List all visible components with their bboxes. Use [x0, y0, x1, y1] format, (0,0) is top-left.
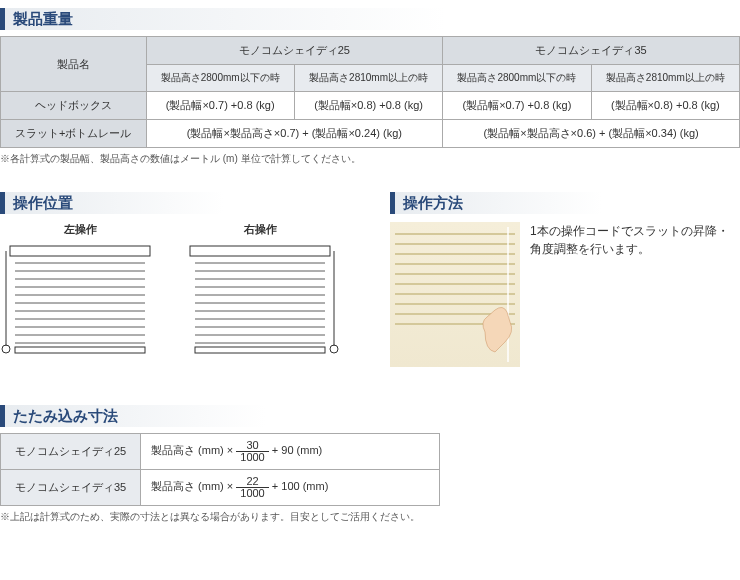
svg-rect-27 [195, 347, 325, 353]
th-product: 製品名 [1, 37, 147, 92]
fold-table: モノコムシェイディ25 製品高さ (mm) × 301000 + 90 (mm)… [0, 433, 440, 506]
row2-label: スラット+ボトムレール [1, 120, 147, 148]
svg-rect-0 [10, 246, 150, 256]
section-title-method: 操作方法 [390, 192, 740, 214]
svg-rect-15 [190, 246, 330, 256]
th-group1: モノコムシェイディ25 [146, 37, 443, 65]
position-right-label: 右操作 [180, 222, 340, 237]
fold-row1-formula: 製品高さ (mm) × 301000 + 90 (mm) [141, 434, 440, 470]
fold-row1-label: モノコムシェイディ25 [1, 434, 141, 470]
position-right-block: 右操作 [180, 222, 340, 364]
row1-c3: (製品幅×0.7) +0.8 (kg) [443, 92, 591, 120]
th-group2: モノコムシェイディ35 [443, 37, 740, 65]
section-title-weight: 製品重量 [0, 8, 740, 30]
method-text: 1本の操作コードでスラットの昇降・角度調整を行います。 [530, 222, 740, 258]
th-sub2: 製品高さ2810mm以上の時 [294, 65, 442, 92]
weight-table: 製品名 モノコムシェイディ25 モノコムシェイディ35 製品高さ2800mm以下… [0, 36, 740, 148]
row1-c4: (製品幅×0.8) +0.8 (kg) [591, 92, 739, 120]
blind-left-diagram [0, 241, 160, 361]
position-left-label: 左操作 [0, 222, 160, 237]
row1-label: ヘッドボックス [1, 92, 147, 120]
method-image [390, 222, 520, 367]
row1-c1: (製品幅×0.7) +0.8 (kg) [146, 92, 294, 120]
row2-c1: (製品幅×製品高さ×0.7) + (製品幅×0.24) (kg) [146, 120, 443, 148]
fold-row2-label: モノコムシェイディ35 [1, 470, 141, 506]
th-sub1: 製品高さ2800mm以下の時 [146, 65, 294, 92]
svg-rect-12 [15, 347, 145, 353]
position-left-block: 左操作 [0, 222, 160, 364]
row2-c2: (製品幅×製品高さ×0.6) + (製品幅×0.34) (kg) [443, 120, 740, 148]
th-sub3: 製品高さ2800mm以下の時 [443, 65, 591, 92]
section-title-position: 操作位置 [0, 192, 370, 214]
th-sub4: 製品高さ2810mm以上の時 [591, 65, 739, 92]
svg-point-29 [330, 345, 338, 353]
fold-note: ※上記は計算式のため、実際の寸法とは異なる場合があります。目安としてご活用くださ… [0, 510, 740, 524]
weight-note: ※各計算式の製品幅、製品高さの数値はメートル (m) 単位で計算してください。 [0, 152, 740, 166]
hand-icon [475, 302, 525, 362]
svg-point-14 [2, 345, 10, 353]
row1-c2: (製品幅×0.8) +0.8 (kg) [294, 92, 442, 120]
blind-right-diagram [180, 241, 340, 361]
fold-row2-formula: 製品高さ (mm) × 221000 + 100 (mm) [141, 470, 440, 506]
section-title-fold: たたみ込み寸法 [0, 405, 440, 427]
